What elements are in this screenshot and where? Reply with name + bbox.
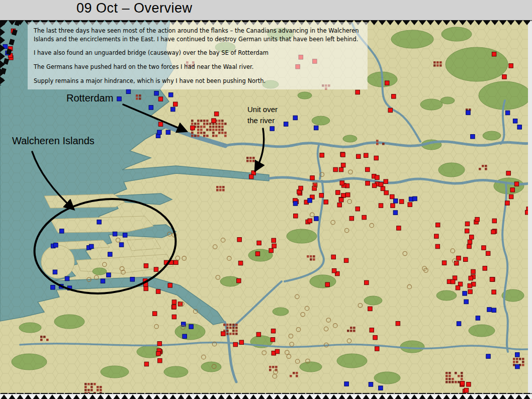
red-unit-marker[interactable] [275,349,280,354]
red-unit-marker[interactable] [408,203,412,207]
red-unit-marker[interactable] [332,268,336,273]
red-unit-marker[interactable] [156,351,161,356]
red-unit-marker[interactable] [237,238,242,242]
red-unit-marker[interactable] [336,190,340,195]
blue-unit-marker[interactable] [393,199,398,204]
blue-unit-marker[interactable] [126,89,131,94]
red-unit-marker[interactable] [331,255,336,259]
red-unit-marker[interactable] [460,381,465,386]
red-unit-marker[interactable] [156,289,160,294]
red-unit-marker[interactable] [272,238,276,243]
red-unit-marker[interactable] [375,175,380,180]
red-unit-marker[interactable] [482,246,486,250]
red-unit-marker[interactable] [356,90,360,94]
red-unit-marker[interactable] [456,285,460,290]
red-unit-marker[interactable] [356,207,360,211]
red-unit-marker[interactable] [486,251,490,256]
blue-unit-marker[interactable] [130,277,135,282]
red-unit-marker[interactable] [299,186,303,190]
red-unit-marker[interactable] [257,241,261,245]
blue-unit-marker[interactable] [119,243,124,247]
red-unit-marker[interactable] [436,223,440,227]
red-unit-marker[interactable] [467,244,472,249]
red-unit-marker[interactable] [374,156,379,160]
red-unit-marker[interactable] [271,338,275,342]
blue-unit-marker[interactable] [515,353,520,357]
blue-unit-marker[interactable] [513,119,517,124]
blue-unit-marker[interactable] [108,252,113,257]
blue-unit-marker[interactable] [107,273,111,277]
blue-unit-marker[interactable] [314,217,319,221]
red-unit-marker[interactable] [324,200,328,205]
red-unit-marker[interactable] [173,102,178,107]
red-unit-marker[interactable] [368,307,373,311]
red-unit-marker[interactable] [144,362,149,366]
blue-unit-marker[interactable] [117,96,122,101]
blue-unit-marker[interactable] [123,233,127,238]
blue-unit-marker[interactable] [517,125,522,130]
blue-unit-marker[interactable] [314,126,318,130]
blue-unit-marker[interactable] [471,135,475,139]
blue-unit-marker[interactable] [183,334,187,339]
red-unit-marker[interactable] [341,153,345,157]
red-unit-marker[interactable] [172,300,176,305]
red-unit-marker[interactable] [384,179,388,184]
red-unit-marker[interactable] [492,290,496,294]
red-unit-marker[interactable] [174,260,179,265]
red-unit-marker[interactable] [154,267,158,272]
red-unit-marker[interactable] [364,153,369,158]
red-unit-marker[interactable] [221,332,226,336]
red-unit-marker[interactable] [339,197,343,202]
red-unit-marker[interactable] [464,257,468,262]
red-unit-marker[interactable] [384,190,389,195]
red-unit-marker[interactable] [385,81,390,85]
red-unit-marker[interactable] [475,217,480,222]
red-unit-marker[interactable] [366,167,370,172]
red-unit-marker[interactable] [272,244,277,248]
red-unit-marker[interactable] [337,203,342,208]
red-unit-marker[interactable] [373,335,378,340]
red-unit-marker[interactable] [172,305,176,310]
red-unit-marker[interactable] [399,200,404,204]
red-unit-marker[interactable] [514,182,519,186]
red-unit-marker[interactable] [388,108,393,113]
blue-unit-marker[interactable] [293,202,298,206]
red-unit-marker[interactable] [381,186,385,191]
red-unit-marker[interactable] [341,163,345,167]
red-unit-marker[interactable] [390,194,395,199]
blue-unit-marker[interactable] [379,386,383,390]
red-unit-marker[interactable] [391,204,395,208]
blue-unit-marker[interactable] [154,91,159,95]
red-unit-marker[interactable] [457,256,461,260]
red-unit-marker[interactable] [158,122,163,127]
blue-unit-marker[interactable] [101,279,105,283]
red-unit-marker[interactable] [471,269,476,274]
red-unit-marker[interactable] [168,283,172,288]
blue-unit-marker[interactable] [413,196,417,201]
red-unit-marker[interactable] [255,252,259,256]
blue-unit-marker[interactable] [90,244,94,249]
red-unit-marker[interactable] [490,277,494,282]
blue-unit-marker[interactable] [166,130,170,135]
blue-unit-marker[interactable] [51,285,55,290]
red-unit-marker[interactable] [172,315,176,319]
red-unit-marker[interactable] [344,258,348,263]
red-unit-marker[interactable] [333,167,338,172]
red-unit-marker[interactable] [379,204,383,208]
red-unit-marker[interactable] [442,261,447,265]
red-unit-marker[interactable] [435,244,440,249]
red-unit-marker[interactable] [465,229,469,233]
blue-unit-marker[interactable] [308,198,312,203]
red-unit-marker[interactable] [271,329,276,333]
red-unit-marker[interactable] [502,75,507,79]
blue-unit-marker[interactable] [113,232,117,236]
red-unit-marker[interactable] [310,176,315,180]
red-unit-marker[interactable] [505,201,510,206]
red-unit-marker[interactable] [483,266,487,271]
blue-unit-marker[interactable] [149,106,153,110]
red-unit-marker[interactable] [509,194,513,199]
blue-unit-marker[interactable] [486,354,491,359]
red-unit-marker[interactable] [379,182,383,187]
red-unit-marker[interactable] [256,332,260,337]
blue-unit-marker[interactable] [457,322,461,326]
